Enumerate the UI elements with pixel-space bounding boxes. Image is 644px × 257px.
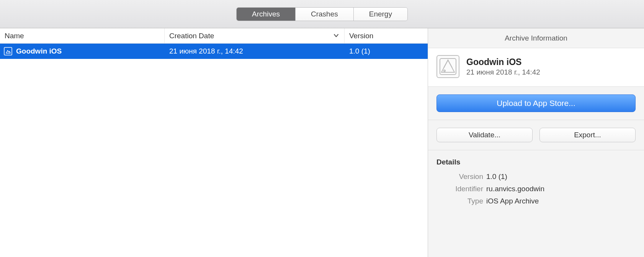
details-type-value: iOS App Archive (486, 197, 539, 205)
column-header-creation-date-label: Creation Date (169, 32, 214, 40)
svg-point-2 (444, 70, 445, 72)
details-type-label: Type (436, 197, 486, 205)
details-version-value: 1.0 (1) (486, 172, 507, 181)
app-icon (436, 55, 459, 78)
details-block: Details Version 1.0 (1) Identifier ru.an… (428, 150, 644, 217)
row-date: 21 июня 2018 г., 14:42 (165, 47, 345, 55)
list-header: Name Creation Date Version (0, 28, 428, 44)
table-row[interactable]: Goodwin iOS 21 июня 2018 г., 14:42 1.0 (… (0, 44, 428, 59)
validate-button[interactable]: Validate... (436, 128, 533, 142)
info-panel-title: Archive Information (428, 28, 644, 48)
upload-to-app-store-button[interactable]: Upload to App Store... (436, 94, 636, 112)
chevron-down-icon (333, 32, 339, 40)
details-version-label: Version (436, 172, 486, 181)
tab-crashes[interactable]: Crashes (296, 8, 354, 21)
details-identifier-label: Identifier (436, 185, 486, 193)
archive-list-pane: Name Creation Date Version Goodwin iOS (0, 28, 428, 257)
details-identifier-value: ru.anvics.goodwin (486, 185, 544, 193)
info-pane: Archive Information Goodwin iOS 21 июня … (428, 28, 644, 257)
row-name: Goodwin iOS (16, 47, 62, 55)
tab-archives[interactable]: Archives (237, 8, 296, 21)
column-header-creation-date[interactable]: Creation Date (165, 28, 345, 43)
details-heading: Details (436, 158, 636, 166)
info-app-date: 21 июня 2018 г., 14:42 (466, 68, 540, 76)
column-header-name[interactable]: Name (0, 28, 165, 43)
row-version: 1.0 (1) (345, 47, 428, 55)
info-header: Goodwin iOS 21 июня 2018 г., 14:42 (428, 48, 644, 87)
archive-icon (4, 47, 12, 55)
info-app-name: Goodwin iOS (466, 57, 540, 67)
segmented-control: Archives Crashes Energy (236, 7, 408, 21)
export-button[interactable]: Export... (539, 128, 636, 142)
tab-energy[interactable]: Energy (354, 8, 407, 21)
column-header-version[interactable]: Version (345, 28, 428, 43)
toolbar: Archives Crashes Energy (0, 0, 644, 28)
